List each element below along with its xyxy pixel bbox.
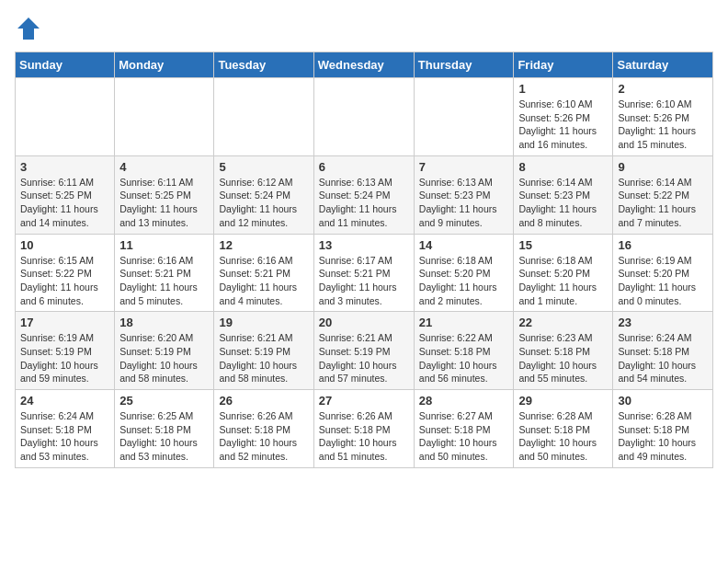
day-info: Sunrise: 6:26 AM Sunset: 5:18 PM Dayligh… — [319, 409, 409, 464]
day-info: Sunrise: 6:27 AM Sunset: 5:18 PM Dayligh… — [419, 409, 509, 464]
day-info: Sunrise: 6:19 AM Sunset: 5:20 PM Dayligh… — [618, 254, 708, 308]
day-info: Sunrise: 6:18 AM Sunset: 5:20 PM Dayligh… — [419, 254, 509, 308]
calendar-cell: 14Sunrise: 6:18 AM Sunset: 5:20 PM Dayli… — [414, 234, 514, 312]
day-number: 25 — [119, 394, 209, 408]
calendar-week-row: 24Sunrise: 6:24 AM Sunset: 5:18 PM Dayli… — [16, 390, 713, 468]
calendar-cell: 6Sunrise: 6:13 AM Sunset: 5:24 PM Daylig… — [313, 155, 414, 234]
calendar-cell — [115, 78, 214, 156]
day-number: 14 — [419, 238, 509, 252]
day-number: 24 — [20, 394, 109, 408]
day-info: Sunrise: 6:14 AM Sunset: 5:22 PM Dayligh… — [618, 176, 708, 230]
day-number: 4 — [119, 160, 209, 174]
logo-icon — [15, 15, 42, 42]
day-info: Sunrise: 6:28 AM Sunset: 5:18 PM Dayligh… — [618, 409, 708, 464]
calendar-cell: 24Sunrise: 6:24 AM Sunset: 5:18 PM Dayli… — [16, 390, 115, 468]
calendar-week-row: 3Sunrise: 6:11 AM Sunset: 5:25 PM Daylig… — [16, 155, 713, 234]
day-number: 8 — [518, 160, 608, 174]
day-of-week-header: Thursday — [414, 52, 514, 78]
day-info: Sunrise: 6:14 AM Sunset: 5:23 PM Dayligh… — [518, 176, 608, 230]
calendar-week-row: 1Sunrise: 6:10 AM Sunset: 5:26 PM Daylig… — [16, 78, 713, 156]
day-of-week-header: Friday — [514, 52, 613, 78]
calendar-week-row: 10Sunrise: 6:15 AM Sunset: 5:22 PM Dayli… — [16, 234, 713, 312]
day-number: 20 — [319, 316, 409, 329]
day-number: 6 — [319, 160, 409, 174]
calendar-cell: 7Sunrise: 6:13 AM Sunset: 5:23 PM Daylig… — [414, 155, 514, 234]
calendar-cell: 30Sunrise: 6:28 AM Sunset: 5:18 PM Dayli… — [613, 390, 713, 468]
day-number: 15 — [518, 238, 608, 252]
day-info: Sunrise: 6:20 AM Sunset: 5:19 PM Dayligh… — [119, 331, 209, 385]
calendar-cell: 9Sunrise: 6:14 AM Sunset: 5:22 PM Daylig… — [613, 155, 713, 234]
calendar-cell — [16, 78, 115, 156]
day-info: Sunrise: 6:18 AM Sunset: 5:20 PM Dayligh… — [518, 254, 608, 308]
day-number: 17 — [20, 316, 109, 329]
day-number: 16 — [618, 238, 708, 252]
calendar-cell: 1Sunrise: 6:10 AM Sunset: 5:26 PM Daylig… — [514, 78, 613, 156]
calendar-cell: 10Sunrise: 6:15 AM Sunset: 5:22 PM Dayli… — [16, 234, 115, 312]
day-info: Sunrise: 6:16 AM Sunset: 5:21 PM Dayligh… — [219, 254, 308, 308]
day-info: Sunrise: 6:28 AM Sunset: 5:18 PM Dayligh… — [518, 409, 608, 464]
day-number: 22 — [518, 316, 608, 329]
day-of-week-header: Tuesday — [214, 52, 313, 78]
day-number: 10 — [20, 238, 109, 252]
day-number: 28 — [419, 394, 509, 408]
day-number: 29 — [518, 394, 608, 408]
calendar-cell: 29Sunrise: 6:28 AM Sunset: 5:18 PM Dayli… — [514, 390, 613, 468]
calendar-cell: 22Sunrise: 6:23 AM Sunset: 5:18 PM Dayli… — [514, 312, 613, 390]
calendar-cell: 12Sunrise: 6:16 AM Sunset: 5:21 PM Dayli… — [214, 234, 313, 312]
calendar-cell: 26Sunrise: 6:26 AM Sunset: 5:18 PM Dayli… — [214, 390, 313, 468]
day-info: Sunrise: 6:23 AM Sunset: 5:18 PM Dayligh… — [518, 331, 608, 385]
day-info: Sunrise: 6:19 AM Sunset: 5:19 PM Dayligh… — [20, 331, 109, 385]
day-info: Sunrise: 6:13 AM Sunset: 5:24 PM Dayligh… — [319, 176, 409, 230]
calendar-cell — [414, 78, 514, 156]
day-number: 11 — [119, 238, 209, 252]
calendar-cell: 19Sunrise: 6:21 AM Sunset: 5:19 PM Dayli… — [214, 312, 313, 390]
day-of-week-header: Wednesday — [313, 52, 414, 78]
calendar-header-row: SundayMondayTuesdayWednesdayThursdayFrid… — [16, 52, 713, 78]
calendar-cell: 17Sunrise: 6:19 AM Sunset: 5:19 PM Dayli… — [16, 312, 115, 390]
day-info: Sunrise: 6:12 AM Sunset: 5:24 PM Dayligh… — [219, 176, 308, 230]
day-info: Sunrise: 6:21 AM Sunset: 5:19 PM Dayligh… — [319, 331, 409, 385]
day-number: 23 — [618, 316, 708, 329]
calendar-cell: 23Sunrise: 6:24 AM Sunset: 5:18 PM Dayli… — [613, 312, 713, 390]
day-info: Sunrise: 6:11 AM Sunset: 5:25 PM Dayligh… — [20, 176, 109, 230]
calendar-table: SundayMondayTuesdayWednesdayThursdayFrid… — [15, 52, 713, 468]
day-of-week-header: Sunday — [16, 52, 115, 78]
day-info: Sunrise: 6:24 AM Sunset: 5:18 PM Dayligh… — [618, 331, 708, 385]
day-number: 18 — [119, 316, 209, 329]
day-info: Sunrise: 6:21 AM Sunset: 5:19 PM Dayligh… — [219, 331, 308, 385]
day-info: Sunrise: 6:13 AM Sunset: 5:23 PM Dayligh… — [419, 176, 509, 230]
day-info: Sunrise: 6:10 AM Sunset: 5:26 PM Dayligh… — [618, 98, 708, 152]
calendar-cell: 16Sunrise: 6:19 AM Sunset: 5:20 PM Dayli… — [613, 234, 713, 312]
day-info: Sunrise: 6:10 AM Sunset: 5:26 PM Dayligh… — [518, 98, 608, 152]
calendar-cell: 8Sunrise: 6:14 AM Sunset: 5:23 PM Daylig… — [514, 155, 613, 234]
calendar-cell — [214, 78, 313, 156]
calendar-week-row: 17Sunrise: 6:19 AM Sunset: 5:19 PM Dayli… — [16, 312, 713, 390]
calendar-cell: 5Sunrise: 6:12 AM Sunset: 5:24 PM Daylig… — [214, 155, 313, 234]
calendar-cell: 15Sunrise: 6:18 AM Sunset: 5:20 PM Dayli… — [514, 234, 613, 312]
calendar-cell: 20Sunrise: 6:21 AM Sunset: 5:19 PM Dayli… — [313, 312, 414, 390]
day-number: 21 — [419, 316, 509, 329]
day-number: 9 — [618, 160, 708, 174]
day-number: 2 — [618, 82, 708, 96]
day-info: Sunrise: 6:11 AM Sunset: 5:25 PM Dayligh… — [119, 176, 209, 230]
svg-marker-0 — [17, 17, 40, 40]
day-number: 27 — [319, 394, 409, 408]
calendar-cell: 4Sunrise: 6:11 AM Sunset: 5:25 PM Daylig… — [115, 155, 214, 234]
calendar-cell: 13Sunrise: 6:17 AM Sunset: 5:21 PM Dayli… — [313, 234, 414, 312]
day-number: 7 — [419, 160, 509, 174]
logo — [15, 15, 46, 42]
day-info: Sunrise: 6:22 AM Sunset: 5:18 PM Dayligh… — [419, 331, 509, 385]
day-info: Sunrise: 6:26 AM Sunset: 5:18 PM Dayligh… — [219, 409, 308, 464]
day-number: 12 — [219, 238, 308, 252]
day-number: 3 — [20, 160, 109, 174]
calendar-cell: 25Sunrise: 6:25 AM Sunset: 5:18 PM Dayli… — [115, 390, 214, 468]
calendar-cell: 18Sunrise: 6:20 AM Sunset: 5:19 PM Dayli… — [115, 312, 214, 390]
calendar-cell: 3Sunrise: 6:11 AM Sunset: 5:25 PM Daylig… — [16, 155, 115, 234]
day-number: 5 — [219, 160, 308, 174]
day-info: Sunrise: 6:24 AM Sunset: 5:18 PM Dayligh… — [20, 409, 109, 464]
day-of-week-header: Monday — [115, 52, 214, 78]
calendar-cell: 11Sunrise: 6:16 AM Sunset: 5:21 PM Dayli… — [115, 234, 214, 312]
day-number: 26 — [219, 394, 308, 408]
day-info: Sunrise: 6:25 AM Sunset: 5:18 PM Dayligh… — [119, 409, 209, 464]
day-info: Sunrise: 6:17 AM Sunset: 5:21 PM Dayligh… — [319, 254, 409, 308]
